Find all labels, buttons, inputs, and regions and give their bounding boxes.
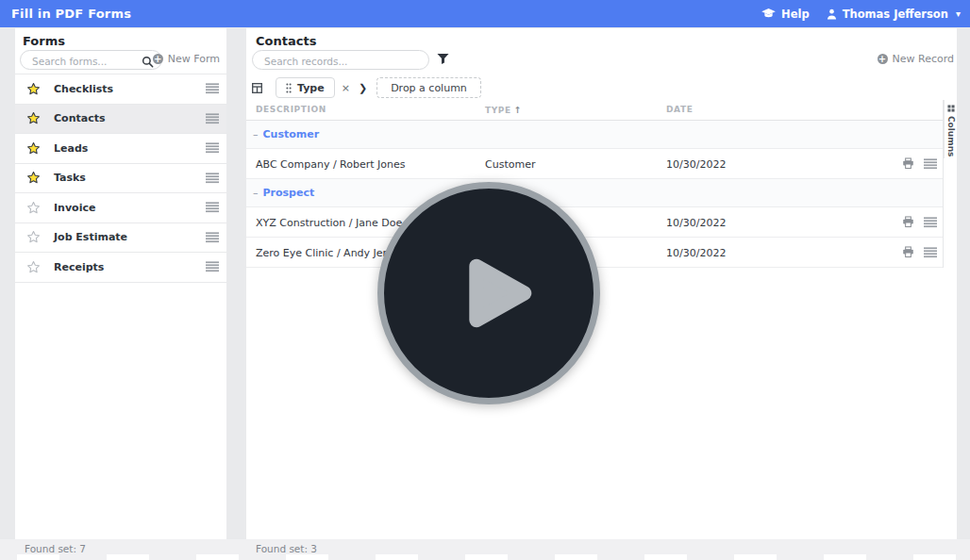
top-bar-right: Help Thomas Jefferson ▾ <box>761 8 961 21</box>
search-forms-input[interactable] <box>21 53 161 71</box>
sidebar-item-leads[interactable]: Leads <box>15 134 226 164</box>
star-filled-icon[interactable] <box>26 111 41 125</box>
drag-grip-icon <box>286 83 292 93</box>
sidebar-item-label: Job Estimate <box>54 231 127 243</box>
print-icon[interactable] <box>902 216 914 228</box>
row-menu-icon[interactable] <box>924 217 937 228</box>
plus-icon: + <box>878 54 888 64</box>
sidebar-item-job-estimate[interactable]: Job Estimate <box>15 223 226 254</box>
new-form-label: New Form <box>168 53 220 65</box>
group-chip-label: Type <box>297 82 325 94</box>
print-icon[interactable] <box>902 246 914 258</box>
sidebar-item-checklists[interactable]: Checklists <box>15 74 226 105</box>
new-form-button[interactable]: + New Form <box>153 53 220 65</box>
columns-grid-icon <box>947 105 955 112</box>
group-row-prospect: – Prospect <box>246 179 943 207</box>
menu-icon[interactable] <box>206 142 219 154</box>
sidebar-item-label: Receipts <box>54 261 104 273</box>
sidebar-item-label: Tasks <box>54 172 86 184</box>
user-name: Thomas Jefferson <box>843 8 948 21</box>
star-outline-icon[interactable] <box>26 260 41 274</box>
menu-icon[interactable] <box>206 113 219 124</box>
sidebar-item-tasks[interactable]: Tasks <box>15 164 226 194</box>
play-icon <box>445 241 549 345</box>
records-found-set: Found set: 3 <box>256 543 317 554</box>
help-button[interactable]: Help <box>761 8 810 21</box>
group-row-customer: – Customer <box>246 121 943 149</box>
app-window: Fill in PDF Forms Help Thomas Jefferson … <box>0 0 970 560</box>
row-actions <box>902 246 937 258</box>
video-play-button[interactable] <box>377 182 600 404</box>
star-outline-icon[interactable] <box>26 201 41 215</box>
new-record-button[interactable]: + New Record <box>878 53 955 65</box>
sidebar-item-label: Checklists <box>54 83 113 95</box>
help-icon <box>761 8 776 19</box>
user-icon <box>827 8 837 20</box>
records-table: DESCRIPTION TYPE↑ DATE – Customer ABC Co… <box>246 100 944 268</box>
sidebar-item-label: Invoice <box>54 202 95 214</box>
forms-search <box>20 50 162 70</box>
column-header-date[interactable]: DATE <box>666 105 693 114</box>
table-header-row: DESCRIPTION TYPE↑ DATE <box>246 100 943 121</box>
columns-tab[interactable]: Columns <box>944 100 957 158</box>
remove-group-icon[interactable]: × <box>342 82 350 94</box>
app-title: Fill in PDF Forms <box>11 7 131 21</box>
sort-ascending-icon: ↑ <box>514 105 522 115</box>
forms-found-set: Found set: 7 <box>25 543 86 554</box>
star-outline-icon[interactable] <box>26 230 41 244</box>
row-menu-icon[interactable] <box>924 158 937 170</box>
group-label[interactable]: Customer <box>263 128 320 140</box>
group-label[interactable]: Prospect <box>263 187 315 199</box>
menu-icon[interactable] <box>206 232 219 243</box>
row-menu-icon[interactable] <box>924 247 937 258</box>
cell-date: 10/30/2022 <box>666 247 726 259</box>
table-row[interactable]: ABC Company / Robert Jones Customer 10/3… <box>246 149 943 179</box>
contacts-panel-title: Contacts <box>256 34 316 48</box>
dashed-strip <box>0 554 970 560</box>
help-label: Help <box>781 8 810 21</box>
cell-type: Customer <box>485 158 535 171</box>
print-icon[interactable] <box>902 157 914 170</box>
star-filled-icon[interactable] <box>26 171 41 185</box>
cell-date: 10/30/2022 <box>666 217 726 229</box>
row-actions <box>902 157 937 170</box>
collapse-group-icon[interactable]: – <box>253 187 259 199</box>
row-actions <box>902 216 937 228</box>
group-by-bar: Type × ❯ Drop a column <box>252 77 481 98</box>
menu-icon[interactable] <box>206 173 219 184</box>
column-header-type[interactable]: TYPE↑ <box>485 105 522 115</box>
contacts-panel: Contacts + New Record Type × ❯ Drop a co <box>246 28 957 539</box>
menu-icon[interactable] <box>206 202 219 213</box>
star-filled-icon[interactable] <box>26 141 41 156</box>
forms-panel: Forms + New Form Checklists Contacts <box>15 28 226 539</box>
sidebar-item-invoice[interactable]: Invoice <box>15 193 226 223</box>
collapse-group-icon[interactable]: – <box>253 128 259 140</box>
sidebar-item-receipts[interactable]: Receipts <box>15 253 226 283</box>
columns-tab-label: Columns <box>946 116 956 156</box>
new-record-label: New Record <box>893 53 955 65</box>
menu-icon[interactable] <box>206 261 219 272</box>
star-filled-icon[interactable] <box>26 82 41 96</box>
forms-list: Checklists Contacts Leads Tasks Invoice <box>15 74 226 283</box>
status-footer: Found set: 7 Found set: 3 <box>0 539 970 560</box>
sidebar-item-label: Contacts <box>54 112 105 124</box>
records-search <box>252 50 429 70</box>
top-bar: Fill in PDF Forms Help Thomas Jefferson … <box>0 0 970 27</box>
table-row[interactable]: XYZ Construction / Jane Doe 10/30/2022 <box>246 207 943 238</box>
cell-date: 10/30/2022 <box>666 158 726 171</box>
sidebar-item-contacts[interactable]: Contacts <box>15 105 226 135</box>
search-records-input[interactable] <box>253 53 428 71</box>
group-chip-type[interactable]: Type <box>276 77 335 98</box>
forms-panel-title: Forms <box>23 34 65 48</box>
cell-description: ABC Company / Robert Jones <box>256 158 406 171</box>
chevron-down-icon: ▾ <box>956 8 961 19</box>
filter-icon[interactable] <box>437 53 449 65</box>
column-header-description[interactable]: DESCRIPTION <box>256 105 326 114</box>
chevron-right-icon[interactable]: ❯ <box>359 82 367 94</box>
group-table-icon[interactable] <box>252 83 262 93</box>
user-menu[interactable]: Thomas Jefferson ▾ <box>827 8 961 21</box>
plus-icon: + <box>153 54 163 64</box>
drop-column-target[interactable]: Drop a column <box>376 77 481 98</box>
cell-description: XYZ Construction / Jane Doe <box>256 217 402 229</box>
menu-icon[interactable] <box>206 83 219 94</box>
